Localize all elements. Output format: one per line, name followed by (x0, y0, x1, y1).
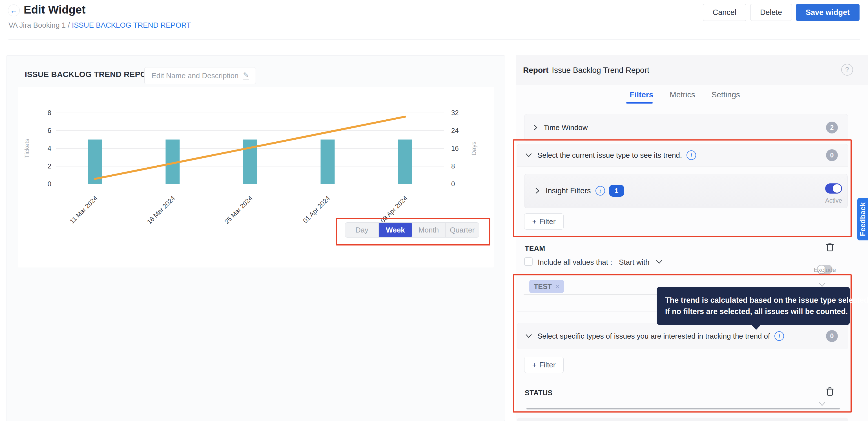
edit-name-label: Edit Name and Description (151, 72, 239, 80)
save-widget-button[interactable]: Save widget (796, 4, 860, 21)
report-label: Report (523, 66, 549, 75)
trash-icon[interactable] (825, 242, 835, 252)
section-current-issue-type[interactable]: Select the current issue type to see its… (517, 144, 848, 167)
granularity-week[interactable]: Week (379, 223, 412, 237)
svg-text:0: 0 (451, 180, 455, 188)
svg-text:4: 4 (48, 144, 51, 152)
chevron-right-icon (532, 124, 538, 131)
time-window-label: Time Window (544, 123, 588, 132)
svg-text:16: 16 (451, 144, 459, 152)
trend-chart: 0246808162432TicketsDays11 Mar 202418 Ma… (18, 87, 494, 268)
feedback-label: Feedback (859, 202, 867, 236)
status-filter-label: STATUS (525, 389, 553, 397)
add-filter-button[interactable]: + Filter (524, 357, 564, 373)
include-all-label: Include all values that : (538, 258, 612, 266)
svg-text:01 Apr 2024: 01 Apr 2024 (302, 194, 332, 224)
svg-text:Days: Days (470, 141, 477, 156)
trash-icon[interactable] (825, 386, 835, 397)
svg-text:18 Mar 2024: 18 Mar 2024 (146, 194, 177, 225)
breadcrumb-project: VA Jira Booking 1 / (8, 21, 72, 29)
specific-types-label: Select specific types of issues you are … (537, 332, 770, 341)
granularity-quarter[interactable]: Quarter (445, 223, 479, 237)
svg-text:32: 32 (451, 109, 459, 116)
svg-text:6: 6 (48, 127, 51, 134)
svg-text:8: 8 (451, 162, 455, 170)
current-issue-type-badge: 0 (826, 149, 838, 161)
plus-icon: + (532, 361, 536, 369)
pencil-icon: ✎ (243, 71, 249, 80)
help-glyph: ? (845, 66, 849, 74)
edit-widget-screen: ← Edit Widget VA Jira Booking 1 / ISSUE … (0, 0, 868, 421)
chevron-right-icon (534, 187, 540, 194)
toggle-knob (833, 184, 841, 193)
chevron-down-icon (525, 152, 532, 158)
tab-filters[interactable]: Filters (629, 90, 653, 103)
svg-text:24: 24 (451, 127, 459, 134)
panel-header: Report Issue Backlog Trend Report (516, 55, 868, 85)
active-toggle-caption: Active (819, 197, 848, 204)
insight-filters-label: Insight Filters (546, 187, 591, 195)
feedback-tab[interactable]: Feedback (857, 198, 868, 241)
insight-filters-badge: 1 (609, 185, 624, 197)
add-filter-button[interactable]: + Filter (524, 213, 564, 230)
section-specific-types[interactable]: Select specific types of issues you are … (517, 323, 848, 349)
page-title: Edit Widget (24, 3, 86, 16)
breadcrumb-report-link[interactable]: ISSUE BACKLOG TREND REPORT (72, 21, 191, 29)
match-option-select[interactable]: Start with (619, 258, 649, 266)
team-value-chip[interactable]: TEST × (529, 280, 564, 293)
cancel-button[interactable]: Cancel (703, 4, 746, 21)
active-tab-underline (626, 102, 653, 104)
active-toggle[interactable] (825, 184, 842, 194)
svg-text:2: 2 (48, 162, 51, 170)
specific-types-badge: 0 (826, 330, 838, 342)
delete-button[interactable]: Delete (750, 4, 792, 21)
add-filter-label: Filter (539, 217, 556, 226)
chevron-down-icon (525, 333, 532, 339)
team-filter-label: TEAM (525, 244, 545, 253)
svg-text:11 Mar 2024: 11 Mar 2024 (68, 194, 99, 225)
tooltip-line-1: The trend is calculated based on the iss… (665, 294, 841, 306)
section-time-window[interactable]: Time Window 2 (524, 114, 848, 141)
back-button[interactable]: ← (8, 4, 20, 17)
time-window-badge: 2 (826, 122, 838, 134)
info-glyph: i (599, 187, 601, 194)
svg-text:25 Mar 2024: 25 Mar 2024 (223, 194, 254, 225)
widget-title: ISSUE BACKLOG TREND REPORT (25, 70, 157, 79)
tab-settings[interactable]: Settings (712, 90, 740, 103)
back-arrow-icon: ← (10, 6, 18, 15)
next-section-peek (517, 418, 848, 421)
report-name: Issue Backlog Trend Report (552, 66, 649, 75)
granularity-month[interactable]: Month (412, 223, 445, 237)
info-glyph: i (690, 151, 692, 159)
header-actions: Cancel Delete Save widget (703, 4, 860, 21)
status-input-underline (526, 408, 840, 410)
add-filter-label: Filter (539, 361, 556, 369)
granularity-segmented-control: Day Week Month Quarter (345, 222, 479, 237)
tab-metrics[interactable]: Metrics (670, 90, 695, 103)
chevron-down-icon[interactable] (655, 259, 663, 265)
svg-text:08 Apr 2024: 08 Apr 2024 (379, 194, 409, 224)
exclude-toggle-caption: Exclude (812, 266, 838, 274)
current-issue-type-label: Select the current issue type to see its… (537, 151, 682, 160)
chevron-down-icon[interactable] (818, 401, 826, 408)
breadcrumb: VA Jira Booking 1 / ISSUE BACKLOG TREND … (8, 21, 191, 30)
filter-tooltip: The trend is calculated based on the iss… (657, 287, 850, 325)
info-icon[interactable]: i (774, 331, 784, 341)
edit-name-description-button[interactable]: Edit Name and Description ✎ (144, 67, 256, 84)
help-icon[interactable]: ? (841, 64, 853, 76)
trend-chart-svg: 0246808162432TicketsDays11 Mar 202418 Ma… (18, 87, 494, 268)
report-settings-panel (516, 55, 868, 421)
svg-text:8: 8 (48, 109, 51, 116)
include-all-checkbox[interactable] (524, 257, 533, 266)
chip-close-icon[interactable]: × (555, 282, 559, 291)
svg-text:0: 0 (48, 180, 51, 188)
info-icon[interactable]: i (686, 150, 696, 160)
info-icon[interactable]: i (595, 186, 605, 196)
info-glyph: i (778, 332, 780, 340)
tooltip-line-2: If no filters are selected, all issues w… (665, 306, 841, 317)
tooltip-arrow (751, 325, 761, 330)
insight-filters-row: Insight Filters i 1 (534, 185, 624, 197)
plus-icon: + (532, 217, 536, 226)
granularity-day[interactable]: Day (345, 223, 379, 237)
panel-tabs: Filters Metrics Settings (519, 90, 851, 103)
